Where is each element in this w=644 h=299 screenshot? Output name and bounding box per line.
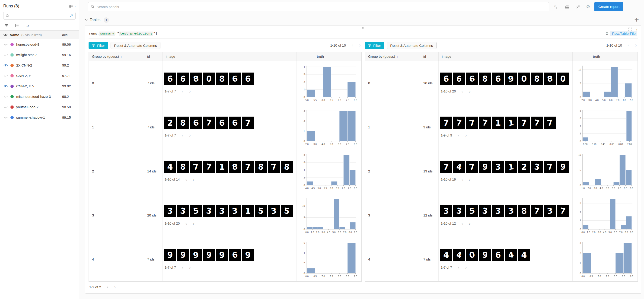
- digit-image[interactable]: 3: [531, 161, 543, 173]
- digit-image[interactable]: 4: [453, 249, 465, 261]
- digit-image[interactable]: 8: [177, 161, 189, 173]
- settings-gear-icon[interactable]: ⚙: [586, 4, 590, 9]
- run-name[interactable]: misunderstood-haze-3: [16, 94, 51, 98]
- digit-image[interactable]: 2: [518, 161, 530, 173]
- digit-image[interactable]: 5: [466, 205, 478, 217]
- digit-image[interactable]: 7: [242, 161, 254, 173]
- eye-closed-icon[interactable]: [3, 43, 8, 46]
- digit-image[interactable]: 6: [242, 72, 254, 85]
- digit-image[interactable]: 6: [492, 249, 504, 261]
- reset-automate-columns-button[interactable]: Reset & Automate Columns: [110, 42, 160, 49]
- digit-image[interactable]: 9: [479, 249, 491, 261]
- digit-image[interactable]: 4: [505, 249, 517, 261]
- run-row[interactable]: honest-cloud-899.06: [0, 39, 79, 50]
- column-header-image[interactable]: image: [438, 52, 572, 61]
- regex-icon[interactable]: .*: [70, 14, 73, 18]
- digit-image[interactable]: 6: [453, 72, 465, 85]
- next-page-icon[interactable]: ›: [359, 43, 361, 48]
- digit-image[interactable]: 6: [190, 116, 202, 129]
- digit-image[interactable]: 5: [281, 205, 293, 217]
- prev-page-icon[interactable]: ‹: [182, 133, 183, 138]
- column-header-truth[interactable]: truth: [296, 52, 362, 61]
- digit-image[interactable]: 3: [164, 205, 176, 217]
- digit-image[interactable]: 3: [505, 205, 517, 217]
- eye-closed-icon[interactable]: [3, 74, 8, 78]
- digit-image[interactable]: 7: [531, 116, 543, 129]
- digit-image[interactable]: 8: [229, 161, 241, 173]
- eye-open-icon[interactable]: [3, 64, 8, 67]
- outliers-icon[interactable]: [576, 5, 580, 9]
- digit-image[interactable]: 7: [268, 161, 280, 173]
- prev-page-icon[interactable]: ‹: [461, 221, 463, 226]
- digit-image[interactable]: 7: [203, 161, 215, 173]
- digit-image[interactable]: 8: [255, 161, 267, 173]
- panel-expression[interactable]: runs.summary["test_predictions"]: [89, 32, 157, 36]
- digit-image[interactable]: 1: [505, 161, 517, 173]
- column-header-id[interactable]: id: [420, 52, 438, 61]
- run-row[interactable]: twilight-star-799.16: [0, 50, 79, 60]
- next-page-icon[interactable]: ›: [114, 285, 116, 289]
- next-page-icon[interactable]: ›: [189, 133, 191, 138]
- prev-page-icon[interactable]: ‹: [182, 89, 183, 94]
- eye-open-icon[interactable]: [3, 84, 8, 88]
- add-panel-icon[interactable]: +: [634, 15, 639, 24]
- next-page-icon[interactable]: ›: [469, 177, 470, 182]
- digit-image[interactable]: 7: [544, 116, 556, 129]
- prev-page-icon[interactable]: ‹: [458, 133, 460, 138]
- digit-image[interactable]: 0: [466, 249, 478, 261]
- digit-image[interactable]: 3: [453, 205, 465, 217]
- digit-image[interactable]: 3: [479, 205, 491, 217]
- digit-image[interactable]: 6: [466, 72, 478, 85]
- column-header-truth[interactable]: truth: [572, 52, 638, 61]
- digit-image[interactable]: 8: [177, 116, 189, 129]
- digit-image[interactable]: 0: [557, 72, 569, 85]
- prev-page-icon[interactable]: ‹: [628, 43, 630, 48]
- digit-image[interactable]: 5: [190, 205, 202, 217]
- digit-image[interactable]: 1: [242, 205, 254, 217]
- digit-image[interactable]: 3: [268, 205, 280, 217]
- column-header-image[interactable]: image: [162, 52, 296, 61]
- digit-image[interactable]: 3: [203, 205, 215, 217]
- digit-image[interactable]: 1: [505, 116, 517, 129]
- run-row[interactable]: CNN-2, E 197.71: [0, 70, 79, 81]
- digit-image[interactable]: 4: [440, 249, 452, 261]
- run-row[interactable]: 2X CNN-299.2: [0, 60, 79, 70]
- eye-closed-icon[interactable]: [3, 95, 8, 98]
- digit-image[interactable]: 8: [216, 72, 228, 85]
- digit-image[interactable]: 9: [242, 249, 254, 261]
- run-row[interactable]: youthful-bee-298.58: [0, 102, 79, 112]
- digit-image[interactable]: 7: [453, 116, 465, 129]
- prev-page-icon[interactable]: ‹: [461, 177, 463, 182]
- digit-image[interactable]: 9: [190, 249, 202, 261]
- digit-image[interactable]: 9: [216, 249, 228, 261]
- digit-image[interactable]: 6: [440, 72, 452, 85]
- run-row[interactable]: CNN-2, E 599.02: [0, 81, 79, 91]
- digit-image[interactable]: 8: [479, 72, 491, 85]
- digit-image[interactable]: 9: [557, 161, 569, 173]
- prev-page-icon[interactable]: ‹: [107, 285, 108, 289]
- renderer-link[interactable]: Row.Table-File: [610, 31, 637, 36]
- digit-image[interactable]: 6: [164, 72, 176, 85]
- next-page-icon[interactable]: ›: [193, 221, 194, 226]
- digit-image[interactable]: 7: [531, 205, 543, 217]
- next-page-icon[interactable]: ›: [635, 43, 637, 48]
- reset-automate-columns-button[interactable]: Reset & Automate Columns: [387, 42, 436, 49]
- digit-image[interactable]: 4: [164, 161, 176, 173]
- digit-image[interactable]: 7: [242, 116, 254, 129]
- digit-image[interactable]: 2: [164, 116, 176, 129]
- column-header-group[interactable]: Group by (guess)↑: [365, 52, 420, 61]
- panel-smoothing-icon[interactable]: [564, 5, 570, 9]
- next-page-icon[interactable]: ›: [189, 265, 191, 270]
- run-name[interactable]: 2X CNN-2: [16, 63, 32, 67]
- next-page-icon[interactable]: ›: [465, 133, 467, 138]
- digit-image[interactable]: 0: [203, 72, 215, 85]
- run-name[interactable]: twilight-star-7: [16, 53, 37, 57]
- prev-page-icon[interactable]: ‹: [352, 43, 353, 48]
- digit-image[interactable]: 1: [216, 161, 228, 173]
- prev-page-icon[interactable]: ‹: [461, 89, 463, 94]
- digit-image[interactable]: 7: [190, 161, 202, 173]
- digit-image[interactable]: 9: [177, 249, 189, 261]
- digit-image[interactable]: 3: [177, 205, 189, 217]
- next-page-icon[interactable]: ›: [465, 265, 467, 270]
- digit-image[interactable]: 9: [505, 72, 517, 85]
